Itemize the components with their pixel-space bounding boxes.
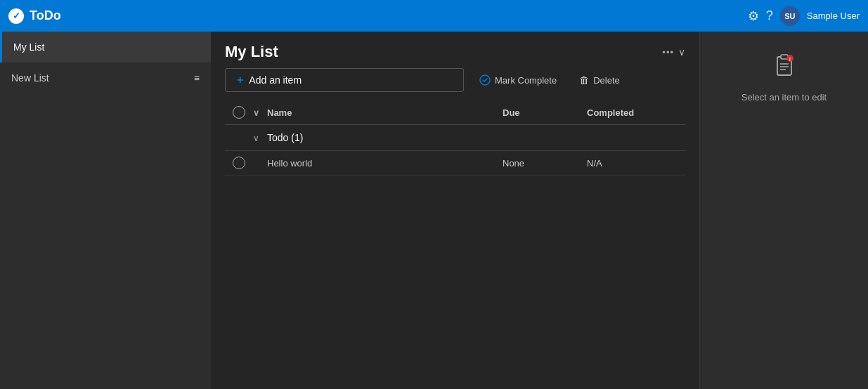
header-chevron-icon: ∨ xyxy=(253,108,259,118)
svg-text:!: ! xyxy=(789,57,790,62)
task-checkbox-cell xyxy=(225,157,253,169)
task-table: ∨ Name Due Completed ∨ Todo (1) xyxy=(211,100,699,389)
mark-complete-button[interactable]: Mark Complete xyxy=(472,70,564,90)
col-completed-header: Completed xyxy=(587,107,685,118)
trash-icon: 🗑 xyxy=(579,74,589,86)
main-area: My List New List ≡ My List ••• ∨ + Add a… xyxy=(0,32,868,389)
clipboard-icon: ! xyxy=(772,53,797,84)
content-header: My List ••• ∨ xyxy=(211,32,699,68)
content-header-actions: ••• ∨ xyxy=(662,46,685,58)
app-logo: ✓ xyxy=(8,8,24,24)
content-title: My List xyxy=(225,43,278,61)
col-name-header: Name xyxy=(267,107,503,118)
sidebar-my-list-label: My List xyxy=(13,41,44,53)
group-chevron-icon: ∨ xyxy=(253,133,259,143)
app-brand: ✓ ToDo xyxy=(8,8,61,24)
right-panel: ! Select an item to edit xyxy=(699,32,868,389)
settings-icon[interactable]: ⚙ xyxy=(748,8,759,24)
task-circle-checkbox[interactable] xyxy=(233,157,245,169)
sidebar: My List New List ≡ xyxy=(0,32,211,389)
user-name-label: Sample User xyxy=(807,11,860,21)
delete-button[interactable]: 🗑 Delete xyxy=(572,70,627,90)
mark-complete-check-icon xyxy=(479,74,491,86)
app-header: ✓ ToDo ⚙ ? SU Sample User xyxy=(0,0,868,32)
expand-chevron-icon[interactable]: ∨ xyxy=(678,46,685,58)
toolbar: + Add an item Mark Complete 🗑 Delete xyxy=(211,68,699,100)
select-item-text: Select an item to edit xyxy=(727,92,841,103)
mark-complete-label: Mark Complete xyxy=(495,75,557,86)
logo-check: ✓ xyxy=(13,11,20,21)
add-icon: + xyxy=(237,74,243,86)
app-title: ToDo xyxy=(30,8,61,23)
delete-label: Delete xyxy=(593,75,620,86)
task-group-row[interactable]: ∨ Todo (1) xyxy=(225,125,685,151)
help-icon[interactable]: ? xyxy=(766,8,773,23)
task-due-cell: None xyxy=(503,158,587,169)
header-circle-icon[interactable] xyxy=(233,106,245,119)
sidebar-item-my-list[interactable]: My List xyxy=(0,32,211,62)
new-list-icon: ≡ xyxy=(194,72,200,84)
table-row[interactable]: Hello world None N/A xyxy=(225,151,685,176)
more-options-icon[interactable]: ••• xyxy=(662,47,674,58)
col-due-header: Due xyxy=(503,107,587,118)
header-checkbox-cell xyxy=(225,106,253,119)
sidebar-item-new-list[interactable]: New List ≡ xyxy=(0,62,211,93)
task-name-cell: Hello world xyxy=(267,158,503,169)
user-avatar[interactable]: SU xyxy=(780,6,800,26)
group-label: Todo (1) xyxy=(267,132,503,143)
content-area: My List ••• ∨ + Add an item Mark Complet… xyxy=(211,32,699,389)
add-item-label: Add an item xyxy=(249,74,302,86)
table-header-row: ∨ Name Due Completed xyxy=(225,100,685,125)
header-actions: ⚙ ? SU Sample User xyxy=(748,6,860,26)
header-chevron-cell: ∨ xyxy=(253,107,267,118)
add-item-button[interactable]: + Add an item xyxy=(225,68,464,92)
task-completed-cell: N/A xyxy=(587,158,685,169)
sidebar-new-list-label: New List xyxy=(11,72,49,84)
